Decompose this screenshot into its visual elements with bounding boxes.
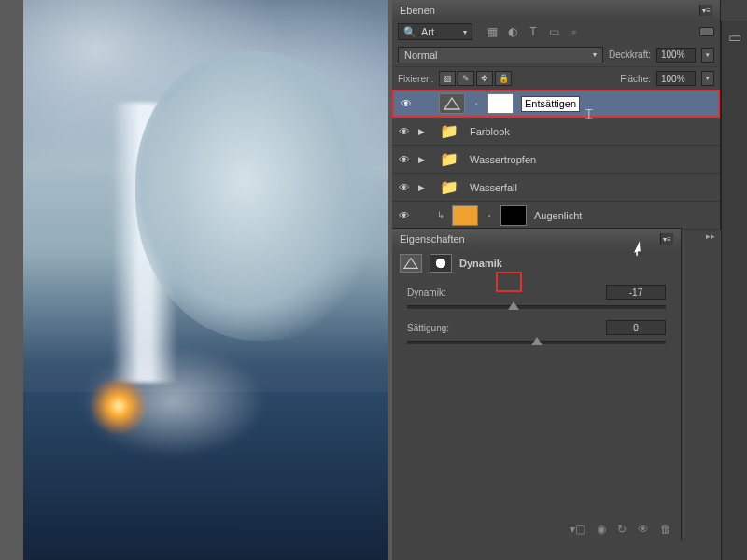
- canvas-area[interactable]: [0, 0, 392, 560]
- svg-marker-1: [404, 259, 417, 269]
- dock-icon[interactable]: ▭: [722, 21, 747, 54]
- filter-adjustment-icon[interactable]: ◐: [506, 25, 519, 38]
- layer-row-selected[interactable]: 👁 ⬝ Entsättigen: [392, 90, 720, 118]
- fill-label: Fläche:: [620, 74, 651, 84]
- adjustment-name: Dynamik: [459, 258, 502, 269]
- clip-icon[interactable]: ▾▢: [570, 523, 585, 536]
- filter-shape-icon[interactable]: ▭: [547, 25, 560, 38]
- properties-panel: Eigenschaften ▾≡ Dynamik Dynamik: -17 Sä…: [392, 228, 682, 540]
- chevron-down-icon: ▾: [463, 28, 467, 36]
- visibility-icon[interactable]: 👁: [398, 209, 411, 222]
- mask-thumb[interactable]: [500, 205, 527, 226]
- properties-panel-title[interactable]: Eigenschaften: [400, 233, 465, 245]
- layer-name[interactable]: Wasserfall: [470, 182, 517, 193]
- visibility-icon[interactable]: 👁: [400, 97, 413, 110]
- link-icon[interactable]: ⬝: [486, 210, 493, 221]
- opacity-value[interactable]: 100%: [656, 48, 696, 63]
- adjustment-thumb[interactable]: [439, 93, 465, 114]
- panel-menu-icon[interactable]: ▾≡: [660, 233, 673, 245]
- search-icon: 🔍: [403, 26, 416, 38]
- blend-mode-value: Normal: [404, 49, 437, 61]
- layer-name[interactable]: Wassertropfen: [470, 154, 536, 165]
- vibrance-value[interactable]: -17: [606, 285, 666, 300]
- lock-transparency-icon[interactable]: ▨: [439, 71, 456, 86]
- saturation-slider[interactable]: [407, 341, 666, 344]
- layer-row[interactable]: 👁 ▶ 📁 Wassertropfen: [392, 146, 720, 174]
- slider-label: Sättigung:: [407, 323, 449, 333]
- lock-label: Fixieren:: [398, 74, 433, 84]
- slider-thumb[interactable]: [531, 337, 543, 345]
- svg-marker-0: [444, 98, 459, 109]
- layer-row[interactable]: 👁 ▶ 📁 Wasserfall: [392, 174, 720, 202]
- link-icon[interactable]: ⬝: [472, 98, 480, 109]
- filter-toggle-switch[interactable]: [699, 27, 714, 36]
- adjustment-icon[interactable]: [400, 254, 422, 273]
- lock-pixels-icon[interactable]: ✎: [458, 71, 474, 86]
- panel-menu-icon[interactable]: ▾≡: [699, 5, 712, 16]
- document-canvas[interactable]: [23, 0, 388, 560]
- layer-name[interactable]: Augenlicht: [534, 210, 582, 221]
- chevron-down-icon: ▾: [593, 50, 597, 59]
- slider-thumb[interactable]: [508, 301, 519, 310]
- lock-position-icon[interactable]: ✥: [476, 71, 493, 86]
- saturation-value[interactable]: 0: [606, 320, 666, 335]
- layer-name-edit[interactable]: Entsättigen: [521, 96, 580, 112]
- expand-icon[interactable]: ▶: [418, 127, 429, 136]
- visibility-icon[interactable]: 👁: [398, 125, 411, 138]
- toggle-visibility-icon[interactable]: 👁: [638, 523, 649, 536]
- panel-dock: ▭: [721, 21, 747, 560]
- layer-row[interactable]: 👁 ▶ 📁 Farblook: [392, 118, 720, 146]
- slider-label: Dynamik:: [407, 287, 446, 298]
- fill-stepper[interactable]: ▾: [701, 71, 714, 86]
- expand-icon[interactable]: ▶: [418, 183, 429, 192]
- filter-type-icon[interactable]: T: [527, 25, 540, 38]
- view-previous-icon[interactable]: ◉: [597, 523, 606, 536]
- visibility-icon[interactable]: 👁: [398, 181, 411, 194]
- fill-value[interactable]: 100%: [656, 71, 696, 86]
- folder-icon: 📁: [436, 177, 462, 198]
- opacity-label: Deckkraft:: [609, 49, 651, 60]
- expand-icon[interactable]: ▶: [418, 155, 429, 164]
- mask-thumb[interactable]: [487, 93, 514, 114]
- collapse-icon[interactable]: ▸▸: [706, 231, 715, 241]
- vibrance-slider[interactable]: [407, 305, 666, 309]
- layers-panel: Ebenen ▾≡ 🔍 Art ▾ ▦ ◐ T ▭ ▫ Normal ▾ D: [392, 0, 721, 230]
- clip-indicator-icon: ↳: [437, 210, 444, 220]
- trash-icon[interactable]: 🗑: [660, 523, 671, 536]
- layer-name[interactable]: Farblook: [470, 126, 510, 137]
- layer-row[interactable]: 👁 ↳ ⬝ Augenlicht: [392, 202, 720, 230]
- filter-label: Art: [421, 26, 434, 37]
- blend-mode-dropdown[interactable]: Normal ▾: [398, 47, 603, 63]
- reset-icon[interactable]: ↻: [617, 523, 627, 536]
- lock-all-icon[interactable]: 🔒: [495, 71, 512, 86]
- layer-filter-dropdown[interactable]: 🔍 Art ▾: [398, 23, 472, 40]
- colorfill-thumb[interactable]: [452, 205, 478, 226]
- folder-icon: 📁: [436, 121, 462, 142]
- filter-smart-icon[interactable]: ▫: [568, 25, 581, 38]
- layer-list[interactable]: 👁 ⬝ Entsättigen 👁 ▶ 📁 Farblook 👁 ▶ 📁 Was…: [392, 90, 720, 230]
- visibility-icon[interactable]: 👁: [398, 153, 411, 166]
- folder-icon: 📁: [436, 149, 462, 170]
- mask-icon[interactable]: [430, 254, 452, 273]
- opacity-stepper[interactable]: ▾: [701, 48, 714, 63]
- layers-panel-title[interactable]: Ebenen: [400, 5, 435, 16]
- filter-pixel-icon[interactable]: ▦: [486, 25, 499, 38]
